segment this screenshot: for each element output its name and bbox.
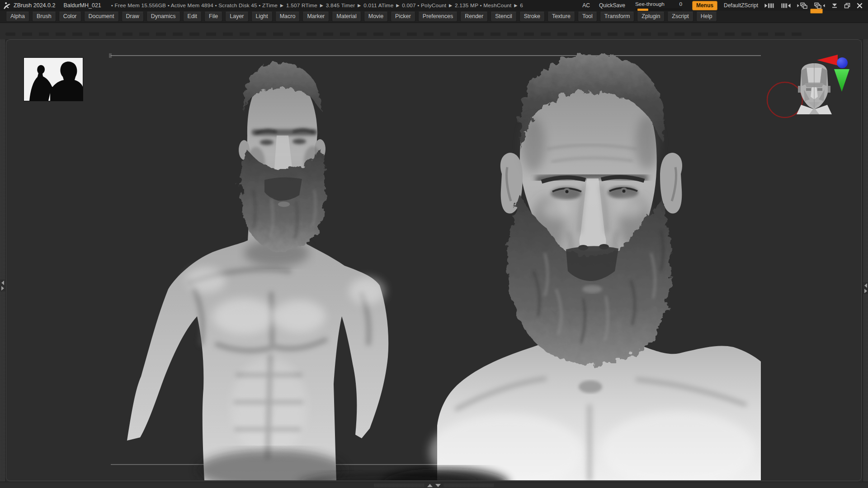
menu-document[interactable]: Document xyxy=(84,12,119,22)
bottom-tray-grip-right[interactable] xyxy=(443,483,494,487)
quicksave-button[interactable]: QuickSave xyxy=(599,2,625,9)
minimize-icon[interactable] xyxy=(831,3,838,8)
app-title: ZBrush 2024.0.2 xyxy=(14,2,55,9)
status-line: • Free Mem 15.556GB • Active Mem 4894 • … xyxy=(111,2,523,9)
menu-layer[interactable]: Layer xyxy=(225,12,248,22)
menu-light[interactable]: Light xyxy=(251,12,273,22)
previous-document-icon[interactable] xyxy=(797,2,808,9)
see-through-track[interactable] xyxy=(635,8,682,10)
menu-transform[interactable]: Transform xyxy=(600,12,635,22)
bottom-tray-grip-left[interactable] xyxy=(374,483,425,487)
close-icon[interactable] xyxy=(857,3,863,9)
document-viewport[interactable] xyxy=(6,39,862,481)
see-through-slider[interactable]: See-through 0 xyxy=(635,1,682,10)
menu-brush[interactable]: Brush xyxy=(32,12,56,22)
top-shelf xyxy=(0,23,868,40)
bottom-tray-up-icon[interactable] xyxy=(427,484,433,487)
see-through-label: See-through xyxy=(635,1,665,7)
menu-edit[interactable]: Edit xyxy=(183,12,202,22)
menu-picker[interactable]: Picker xyxy=(391,12,415,22)
menu-stencil[interactable]: Stencil xyxy=(491,12,517,22)
bottom-tray-divider[interactable] xyxy=(0,482,868,488)
menu-bar: AlphaBrushColorDocumentDrawDynamicsEditF… xyxy=(0,11,868,23)
menu-draw[interactable]: Draw xyxy=(122,12,144,22)
interface-grow-icon[interactable] xyxy=(781,3,791,9)
interface-shrink-icon[interactable] xyxy=(764,3,774,9)
document-name: BaldurMH_021 xyxy=(63,2,101,9)
left-tray-toggle-icon[interactable] xyxy=(0,280,5,291)
thumbnail-silhouettes xyxy=(24,58,83,101)
document-preview-thumbnail[interactable] xyxy=(24,57,83,101)
menu-help[interactable]: Help xyxy=(696,12,717,22)
bottom-tray-down-icon[interactable] xyxy=(435,484,441,487)
restore-window-icon[interactable] xyxy=(844,3,850,9)
menu-alpha[interactable]: Alpha xyxy=(6,12,29,22)
menu-preferences[interactable]: Preferences xyxy=(418,12,458,22)
menu-material[interactable]: Material xyxy=(332,12,361,22)
title-bar: ZBrush 2024.0.2 BaldurMH_021 • Free Mem … xyxy=(0,0,868,11)
default-zscript-button[interactable]: DefaultZScript xyxy=(724,2,758,9)
menu-movie[interactable]: Movie xyxy=(364,12,388,22)
ac-button[interactable]: AC xyxy=(582,2,590,9)
next-document-icon[interactable] xyxy=(814,2,825,9)
menu-tool[interactable]: Tool xyxy=(578,12,597,22)
menu-marker[interactable]: Marker xyxy=(302,12,329,22)
menus-toggle-button[interactable]: Menus xyxy=(692,1,717,10)
right-tray-divider[interactable] xyxy=(863,39,868,488)
menu-zplugin[interactable]: Zplugin xyxy=(637,12,665,22)
menu-macro[interactable]: Macro xyxy=(275,12,300,22)
shelf-tray-handle[interactable] xyxy=(810,9,823,14)
zbrush-logo-icon xyxy=(3,2,11,9)
see-through-value: 0 xyxy=(679,1,682,7)
menu-texture[interactable]: Texture xyxy=(547,12,575,22)
left-tray-divider[interactable] xyxy=(0,39,6,488)
right-tray-toggle-icon[interactable] xyxy=(863,282,868,294)
menu-stroke[interactable]: Stroke xyxy=(519,12,545,22)
menu-color[interactable]: Color xyxy=(59,12,81,22)
menu-dynamics[interactable]: Dynamics xyxy=(146,12,180,22)
menu-file[interactable]: File xyxy=(204,12,222,22)
shelf-drag-texture xyxy=(5,33,808,36)
zbrush-window: ZBrush 2024.0.2 BaldurMH_021 • Free Mem … xyxy=(0,0,868,488)
menu-render[interactable]: Render xyxy=(460,12,488,22)
menu-zscript[interactable]: Zscript xyxy=(667,12,693,22)
